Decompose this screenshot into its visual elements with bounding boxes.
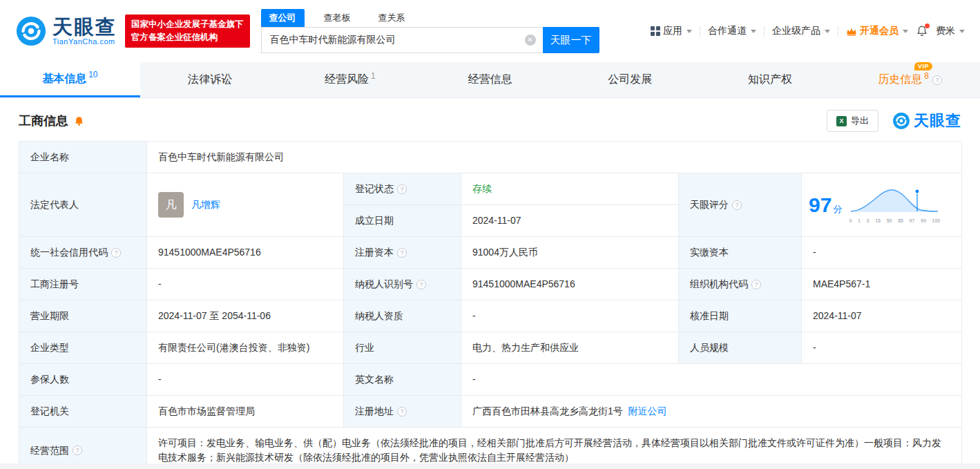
help-icon[interactable]: ?: [111, 248, 121, 258]
label-taxpayer-id-text: 纳税人识别号: [355, 277, 413, 291]
tab-ip-label: 知识产权: [748, 73, 792, 87]
label-taxpayer-id: 纳税人识别号?: [344, 269, 461, 300]
alert-bell-icon[interactable]: [73, 115, 85, 127]
label-establish-date: 成立日期: [344, 205, 461, 237]
tab-basic-info[interactable]: 基本信息 10: [0, 62, 140, 97]
help-icon[interactable]: ?: [932, 75, 942, 85]
value-english-name: -: [461, 364, 962, 396]
tianyancha-watermark-icon: [892, 112, 910, 130]
brand-watermark: 天眼查: [892, 111, 961, 131]
tab-history-info[interactable]: VIP 历史信息 8 ?: [840, 62, 980, 97]
help-icon[interactable]: ?: [397, 184, 407, 194]
nearby-companies-link[interactable]: 附近公司: [628, 405, 667, 417]
certification-badge: 国家中小企业发展子基金旗下 官方备案企业征信机构: [125, 15, 250, 48]
value-business-term: 2024-11-07 至 2054-11-06: [147, 300, 344, 332]
score-value: 97: [809, 193, 832, 216]
label-credit-code: 统一社会信用代码?: [19, 237, 147, 269]
label-reg-number: 工商注册号: [19, 269, 147, 300]
label-score-text: 天眼评分: [690, 198, 729, 212]
value-approval-date: 2024-11-07: [802, 300, 962, 332]
help-icon[interactable]: ?: [397, 407, 407, 417]
help-icon[interactable]: ?: [73, 446, 82, 455]
notification-dot: [925, 23, 930, 28]
score-distribution-chart: 0131550859799100: [849, 185, 940, 225]
search-button[interactable]: 天眼一下: [543, 27, 599, 53]
tab-intellectual-property[interactable]: 知识产权: [700, 62, 840, 97]
label-reg-capital: 注册资本?: [344, 237, 461, 269]
value-insured-count: -: [147, 364, 344, 396]
tab-legal-label: 法律诉讼: [188, 73, 232, 87]
value-staff-size: -: [802, 332, 962, 364]
nav-divider: [700, 26, 700, 37]
tab-operating-risk[interactable]: 经营风险 1: [280, 62, 420, 97]
nav-divider: [838, 26, 838, 37]
tab-company-development[interactable]: 公司发展: [560, 62, 700, 97]
value-reg-status: 存续: [461, 173, 679, 205]
value-company-name: 百色中车时代新能源有限公司: [147, 142, 962, 173]
search-tab-company[interactable]: 查公司: [261, 9, 305, 27]
label-insured-count: 参保人数: [19, 364, 147, 396]
legal-rep-avatar[interactable]: 凡: [158, 192, 184, 218]
chevron-down-icon: [686, 30, 692, 33]
nav-apps-label: 应用: [663, 25, 682, 37]
value-reg-capital: 91004万人民币: [461, 237, 679, 269]
tab-legal-proceedings[interactable]: 法律诉讼: [140, 62, 280, 97]
crown-icon: [846, 27, 857, 36]
chevron-down-icon: [959, 30, 965, 33]
tianyancha-logo-icon: [15, 15, 47, 47]
export-button[interactable]: X 导出: [827, 110, 878, 132]
logo-subtext: TianYanCha.com: [52, 37, 117, 46]
search-tab-boss[interactable]: 查老板: [316, 9, 359, 27]
tab-basic-info-count: 10: [88, 70, 97, 79]
label-credit-code-text: 统一社会信用代码: [30, 245, 108, 260]
chevron-down-icon: [903, 30, 908, 33]
label-business-scope: 经营范围?: [19, 428, 147, 469]
tab-history-label: 历史信息: [878, 73, 922, 87]
label-company-type: 企业类型: [19, 332, 147, 364]
help-icon[interactable]: ?: [416, 280, 426, 289]
value-taxpayer-quality: -: [461, 300, 679, 332]
notification-bell[interactable]: [916, 25, 928, 37]
nav-user[interactable]: 费米: [936, 25, 965, 37]
help-icon[interactable]: ?: [397, 248, 407, 258]
score-number: 97分: [809, 189, 842, 220]
label-reg-status-text: 登记状态: [355, 182, 394, 196]
label-approval-date: 核准日期: [679, 300, 802, 332]
value-taxpayer-id: 91451000MAE4P56716: [461, 269, 679, 300]
tianyancha-logo[interactable]: 天眼查 TianYanCha.com: [15, 15, 117, 47]
value-establish-date: 2024-11-07: [461, 205, 679, 237]
legal-rep-link[interactable]: 凡增辉: [191, 198, 220, 212]
score-unit: 分: [833, 204, 842, 214]
section-title: 工商信息: [19, 113, 68, 129]
brand-watermark-text: 天眼查: [914, 111, 961, 131]
value-reg-number: -: [147, 269, 344, 300]
nav-cooperation[interactable]: 合作通道: [708, 25, 756, 37]
nav-user-name: 费米: [936, 25, 955, 37]
value-company-type: 有限责任公司(港澳台投资、非独资): [147, 332, 344, 364]
top-header: 天眼查 TianYanCha.com 国家中小企业发展子基金旗下 官方备案企业征…: [0, 0, 980, 62]
business-info-table: 企业名称 百色中车时代新能源有限公司 法定代表人 凡 凡增辉 登记状态 ? 存续…: [19, 141, 962, 469]
nav-open-vip-label: 开通会员: [860, 25, 899, 37]
label-reg-status: 登记状态 ?: [344, 173, 461, 205]
status-badge: 存续: [472, 183, 492, 194]
clear-icon[interactable]: ✕: [525, 35, 536, 46]
export-label: 导出: [851, 115, 869, 127]
search-tab-relation[interactable]: 查关系: [370, 9, 414, 27]
search-input[interactable]: [262, 28, 543, 52]
label-org-code: 组织机构代码?: [679, 269, 802, 300]
tab-basic-info-label: 基本信息: [42, 72, 86, 86]
help-icon[interactable]: ?: [732, 200, 742, 210]
label-taxpayer-quality: 纳税人资质: [344, 300, 461, 332]
help-icon[interactable]: ?: [751, 280, 761, 289]
value-score: 97分 0131550859799100: [802, 173, 962, 237]
nav-enterprise-products[interactable]: 企业级产品: [772, 25, 830, 37]
value-reg-address: 广西百色市田林县高龙乡高龙街1号 附近公司: [461, 396, 962, 428]
tab-operating-info[interactable]: 经营信息: [420, 62, 560, 97]
label-reg-authority: 登记机关: [19, 396, 147, 428]
tab-operation-label: 经营信息: [468, 73, 512, 87]
nav-divider: [764, 26, 765, 37]
nav-apps[interactable]: 应用: [651, 25, 692, 37]
nav-open-vip[interactable]: 开通会员: [846, 25, 908, 37]
chevron-down-icon: [825, 30, 830, 33]
chevron-down-icon: [751, 30, 756, 33]
